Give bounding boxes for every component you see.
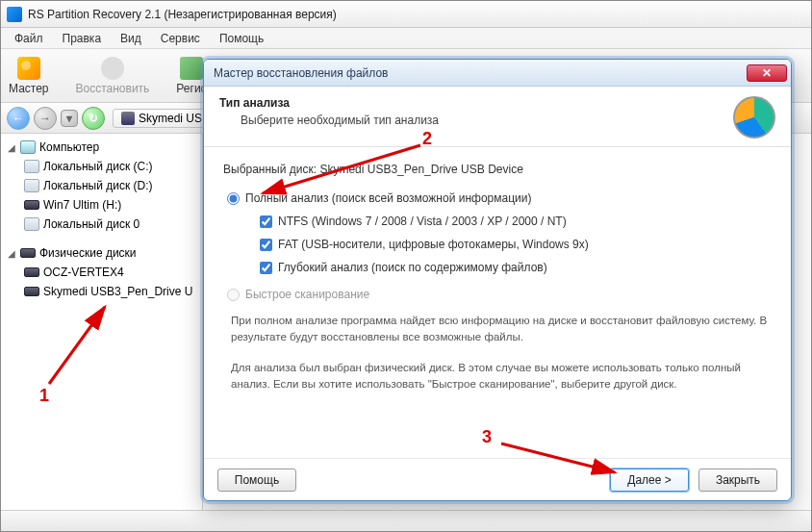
fat-check-row[interactable]: FAT (USB-носители, цифровые фотокамеры, … <box>260 236 772 253</box>
dialog-button-bar: Помощь Далее > Закрыть <box>204 458 791 500</box>
menu-help[interactable]: Помощь <box>210 30 273 47</box>
next-button-label: Далее > <box>627 473 672 487</box>
physical-disk-icon <box>24 287 39 296</box>
dialog-titlebar[interactable]: Мастер восстановления файлов ✕ <box>204 60 791 87</box>
dialog-body: Выбранный диск: Skymedi USB3_Pen_Drive U… <box>204 147 791 458</box>
full-scan-radio-row[interactable]: Полный анализ (поиск всей возможной инфо… <box>227 190 772 207</box>
quick-scan-label: Быстрое сканирование <box>245 286 369 303</box>
ntfs-checkbox[interactable] <box>260 215 272 228</box>
wizard-header-icon <box>733 96 775 139</box>
tree-physical-group[interactable]: ◢ Физические диски <box>3 243 200 263</box>
app-icon <box>7 7 22 22</box>
tree-local-0[interactable]: Локальный диск 0 <box>3 215 200 234</box>
volume-icon <box>24 217 39 231</box>
dialog-header-text: Тип анализа Выберите необходимый тип ана… <box>219 96 723 127</box>
fat-label[interactable]: FAT (USB-носители, цифровые фотокамеры, … <box>278 236 589 253</box>
quick-scan-radio <box>227 289 240 301</box>
tree-computer-label: Компьютер <box>39 140 99 154</box>
close-button-label: Закрыть <box>716 473 760 487</box>
info-paragraph-2: Для анализа был выбран физический диск. … <box>231 360 772 393</box>
nav-dropdown-button[interactable]: ▾ <box>61 110 78 127</box>
analysis-type-heading: Тип анализа <box>219 96 723 110</box>
tree-local-c-label: Локальный диск (C:) <box>43 160 153 173</box>
menu-service[interactable]: Сервис <box>151 30 210 47</box>
disk-icon <box>121 112 135 125</box>
close-icon: ✕ <box>762 66 772 80</box>
tool-register[interactable]: Регис <box>176 57 206 95</box>
computer-icon <box>20 140 36 154</box>
info-paragraph-1: При полном анализе программа найдет всю … <box>231 313 772 346</box>
menu-edit[interactable]: Правка <box>53 30 112 47</box>
wizard-dialog: Мастер восстановления файлов ✕ Тип анали… <box>203 59 792 501</box>
help-button[interactable]: Помощь <box>217 469 296 492</box>
nav-back-button[interactable]: ← <box>7 107 30 130</box>
selected-disk-label: Выбранный диск: <box>223 163 319 176</box>
tool-restore: Восстановить <box>76 57 150 95</box>
collapse-icon[interactable]: ◢ <box>7 248 16 259</box>
help-button-label: Помощь <box>235 473 279 487</box>
dialog-close-button[interactable]: ✕ <box>747 64 787 82</box>
ntfs-label[interactable]: NTFS (Windows 7 / 2008 / Vista / 2003 / … <box>278 213 567 230</box>
main-titlebar: RS Partition Recovery 2.1 (Незарегистрир… <box>1 1 811 28</box>
tree-skymedi-label: Skymedi USB3_Pen_Drive U <box>43 285 192 298</box>
volume-icon <box>24 200 39 210</box>
selected-disk-row: Выбранный диск: Skymedi USB3_Pen_Drive U… <box>223 161 772 178</box>
close-button[interactable]: Закрыть <box>698 469 777 492</box>
dialog-header: Тип анализа Выберите необходимый тип ана… <box>204 87 791 147</box>
tool-wizard-label: Мастер <box>9 82 49 95</box>
full-scan-radio[interactable] <box>227 192 240 205</box>
deep-label[interactable]: Глубокий анализ (поиск по содержимому фа… <box>278 259 547 276</box>
menu-file[interactable]: Файл <box>5 30 53 47</box>
nav-refresh-button[interactable]: ↻ <box>82 107 105 130</box>
tree-physical-label: Физические диски <box>39 246 137 260</box>
register-icon <box>180 57 203 80</box>
tree-win7[interactable]: Win7 Ultim (H:) <box>3 195 200 215</box>
analysis-prompt: Выберите необходимый тип анализа <box>219 114 723 127</box>
wizard-icon <box>17 57 40 80</box>
tree-local-d-label: Локальный диск (D:) <box>43 179 153 192</box>
tree-skymedi[interactable]: Skymedi USB3_Pen_Drive U <box>3 282 200 301</box>
fat-checkbox[interactable] <box>260 239 272 251</box>
restore-icon <box>101 57 124 80</box>
window-title: RS Partition Recovery 2.1 (Незарегистрир… <box>28 8 337 21</box>
next-button[interactable]: Далее > <box>610 469 689 492</box>
menu-view[interactable]: Вид <box>111 30 151 47</box>
volume-icon <box>24 160 39 173</box>
tree-win7-label: Win7 Ultim (H:) <box>43 198 121 212</box>
menubar: Файл Правка Вид Сервис Помощь <box>1 28 811 49</box>
volume-icon <box>24 179 39 192</box>
quick-scan-radio-row: Быстрое сканирование <box>227 286 772 303</box>
ntfs-check-row[interactable]: NTFS (Windows 7 / 2008 / Vista / 2003 / … <box>260 213 772 230</box>
tree-local-c[interactable]: Локальный диск (C:) <box>3 157 200 176</box>
collapse-icon[interactable]: ◢ <box>7 142 16 153</box>
dialog-title: Мастер восстановления файлов <box>214 66 747 80</box>
statusbar <box>1 510 811 531</box>
tree-panel: ◢ Компьютер Локальный диск (C:) Локальны… <box>1 134 203 510</box>
tree-ocz[interactable]: OCZ-VERTEX4 <box>3 263 200 282</box>
deep-check-row[interactable]: Глубокий анализ (поиск по содержимому фа… <box>260 259 772 276</box>
physical-disk-icon <box>24 267 39 277</box>
tool-register-label: Регис <box>176 82 206 95</box>
tree-ocz-label: OCZ-VERTEX4 <box>43 266 124 279</box>
tool-restore-label: Восстановить <box>76 82 150 95</box>
full-scan-label[interactable]: Полный анализ (поиск всей возможной инфо… <box>245 190 531 207</box>
selected-disk-value: Skymedi USB3_Pen_Drive USB Device <box>319 163 522 176</box>
tree-local-d[interactable]: Локальный диск (D:) <box>3 176 200 195</box>
tree-local-0-label: Локальный диск 0 <box>43 217 140 231</box>
nav-forward-button[interactable]: → <box>34 107 57 130</box>
deep-checkbox[interactable] <box>260 262 272 274</box>
tree-computer[interactable]: ◢ Компьютер <box>3 138 200 157</box>
physical-disk-icon <box>20 248 36 258</box>
tool-wizard[interactable]: Мастер <box>9 57 49 95</box>
